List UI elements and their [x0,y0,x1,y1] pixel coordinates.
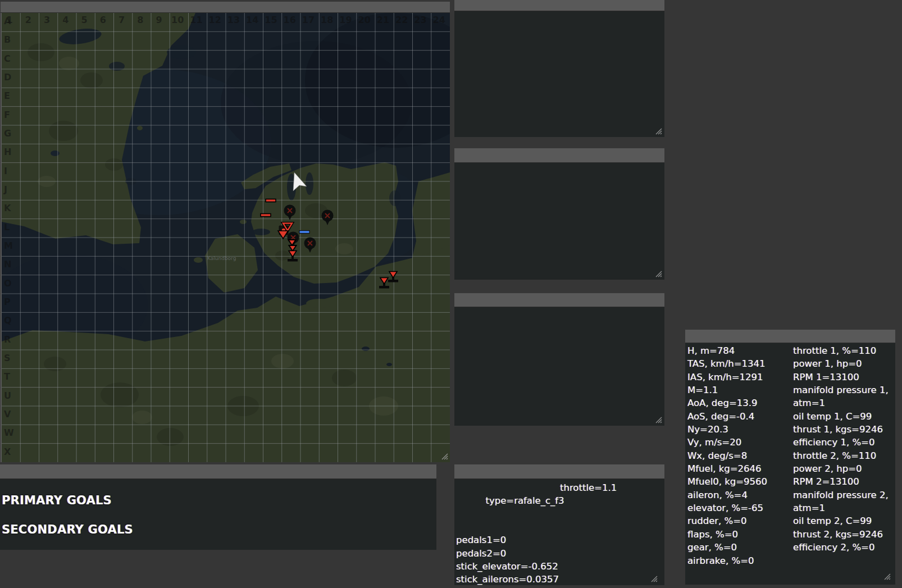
svg-text:24: 24 [433,15,445,25]
svg-text:16: 16 [284,15,296,25]
controls-line: stick_elevator=-0.652 [456,560,664,573]
telemetry-line: IAS, km/h=1291 [687,371,767,384]
telemetry-line: rudder, %=0 [687,514,767,527]
svg-text:X: X [4,446,11,457]
telemetry-line: power 2, hp=0 [793,462,889,475]
telemetry-line: H, m=784 [687,344,767,357]
telemetry-right-column: throttle 1, %=110power 1, hp=0RPM 1=1310… [793,344,889,554]
svg-text:3: 3 [44,15,50,25]
svg-text:C: C [4,53,11,64]
svg-text:U: U [4,390,11,401]
svg-text:2: 2 [25,15,31,25]
svg-text:P: P [4,297,11,307]
svg-text:19: 19 [339,15,352,25]
panel-window-2 [454,148,664,280]
telemetry-window: H, m=784TAS, km/h=1341IAS, km/h=1291M=1.… [685,330,895,585]
svg-text:15: 15 [265,15,277,25]
panel-window-3 [454,293,664,426]
map-window-titlebar[interactable] [1,2,450,13]
goals-window: PRIMARY GOALS SECONDARY GOALS [0,464,436,550]
resize-grip[interactable] [655,271,662,277]
svg-text:L: L [4,222,10,233]
telemetry-line: thrust 2, kgs=9246 [793,528,889,541]
svg-text:12: 12 [209,15,221,25]
telemetry-left-column: H, m=784TAS, km/h=1341IAS, km/h=1291M=1.… [687,344,767,567]
throttle-value: throttle=1.1 [560,481,617,494]
aircraft-type-value: type=rafale_c_f3 [485,495,564,506]
svg-text:N: N [4,259,11,270]
controls-titlebar[interactable] [454,464,664,479]
panel-1-titlebar[interactable] [454,0,664,11]
telemetry-body: H, m=784TAS, km/h=1341IAS, km/h=1291M=1.… [685,343,895,585]
svg-text:Q: Q [4,315,12,326]
controls-line: pedals2=0 [456,547,664,560]
svg-text:E: E [4,90,10,101]
controls-line: pedals1=0 [456,534,664,546]
telemetry-line: RPM 2=13100 [793,475,889,488]
telemetry-line: aileron, %=4 [687,489,767,502]
svg-text:B: B [4,34,11,45]
controls-line: type=rafale_c_f3 throttle=1.1 [456,481,664,534]
marker-airstrip-enemy [261,214,271,217]
telemetry-line: gear, %=0 [687,541,767,554]
telemetry-line: AoA, deg=13.9 [687,396,767,409]
telemetry-line: Wx, deg/s=8 [687,449,767,462]
primary-goals-label: PRIMARY GOALS [0,479,436,507]
svg-text:21: 21 [377,15,389,25]
telemetry-titlebar[interactable] [685,330,895,343]
resize-grip[interactable] [441,453,448,460]
telemetry-line: manifold pressure 1, [793,384,889,396]
svg-text:G: G [4,128,11,139]
svg-text:6: 6 [100,15,106,25]
telemetry-line: Ny=20.3 [687,423,767,436]
svg-text:10: 10 [171,15,184,25]
panel-3-titlebar[interactable] [454,293,664,307]
svg-text:K: K [4,203,11,213]
telemetry-line: throttle 1, %=110 [793,344,889,357]
svg-text:I: I [4,166,7,176]
panel-1-body [454,11,664,137]
resize-grip[interactable] [884,573,891,580]
telemetry-line: efficiency 1, %=0 [793,436,889,449]
panel-window-1 [454,0,664,137]
panel-2-body [454,163,664,280]
panel-2-titlebar[interactable] [454,148,664,163]
svg-text:J: J [3,184,7,195]
telemetry-line: AoS, deg=-0.4 [687,410,767,423]
svg-text:A: A [4,16,11,26]
telemetry-line: thrust 1, kgs=9246 [793,423,889,436]
svg-text:T: T [4,371,10,382]
svg-text:23: 23 [414,15,426,25]
resize-grip[interactable] [655,417,662,423]
svg-text:11: 11 [190,15,202,25]
svg-text:M: M [4,240,13,251]
tactical-map-canvas[interactable]: 123456789101112131415161718192021222324A… [2,13,450,462]
svg-text:F: F [4,110,10,120]
svg-text:18: 18 [321,15,333,25]
telemetry-line: M=1.1 [687,384,767,396]
telemetry-line: Mfuel0, kg=9560 [687,475,767,488]
svg-text:13: 13 [227,15,240,25]
telemetry-line: airbrake, %=0 [687,554,767,567]
marker-airstrip-enemy [266,199,276,202]
secondary-goals-label: SECONDARY GOALS [0,507,436,536]
telemetry-line: flaps, %=0 [687,528,767,541]
goals-titlebar[interactable] [0,464,436,479]
svg-text:D: D [4,72,11,83]
svg-text:W: W [4,427,14,438]
svg-text:5: 5 [81,15,87,25]
controls-lines: pedals1=0pedals2=0stick_elevator=-0.652s… [456,534,664,588]
svg-text:9: 9 [156,15,162,25]
controls-window: type=rafale_c_f3 throttle=1.1 pedals1=0p… [454,464,664,585]
resize-grip[interactable] [655,128,662,135]
svg-text:22: 22 [395,15,408,25]
telemetry-line: efficiency 2, %=0 [793,541,889,554]
telemetry-line: throttle 2, %=110 [793,449,889,462]
tactical-map[interactable]: 123456789101112131415161718192021222324A… [2,13,450,462]
goals-body: PRIMARY GOALS SECONDARY GOALS [0,479,436,550]
resize-grip[interactable] [651,576,658,582]
telemetry-line: power 1, hp=0 [793,357,889,370]
telemetry-line: oil temp 1, C=99 [793,410,889,423]
svg-text:17: 17 [302,15,315,25]
map-place-label: Kalundborg [207,256,236,261]
